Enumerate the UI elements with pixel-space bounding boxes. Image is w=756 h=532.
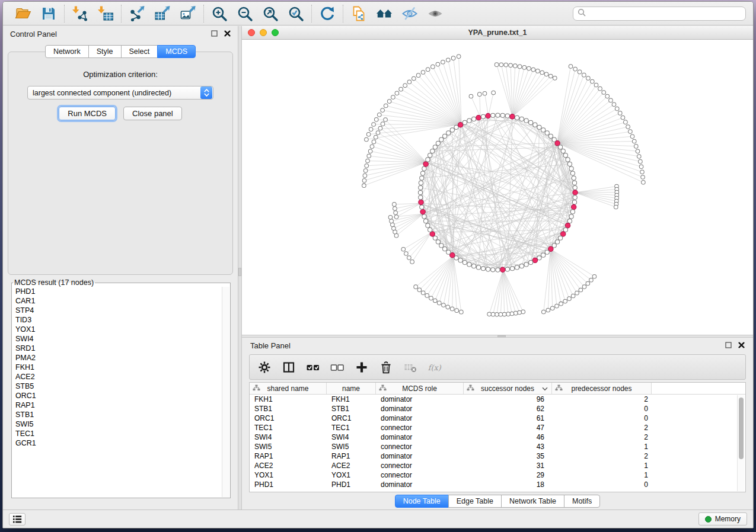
column-header-shared-name[interactable]: shared name [250, 383, 327, 394]
tab-motifs[interactable]: Motifs [564, 495, 600, 508]
mcds-result-item[interactable]: SWI4 [12, 334, 222, 344]
tab-edge-table[interactable]: Edge Table [448, 495, 502, 508]
task-history-button[interactable] [9, 513, 25, 525]
mcds-result-item[interactable]: ORC1 [12, 391, 222, 400]
search-box[interactable] [573, 7, 746, 21]
float-table-panel-icon[interactable] [725, 341, 732, 350]
zoom-in-icon[interactable] [210, 5, 228, 23]
column-header-MCDS-role[interactable]: MCDS role [376, 383, 464, 394]
table-row-SWI5[interactable]: SWI5SWI5connector431 [250, 442, 745, 451]
import-table-icon[interactable] [97, 5, 114, 23]
toolbar-group [65, 5, 121, 23]
mcds-result-item[interactable]: PMA2 [12, 353, 222, 363]
mcds-result-list[interactable]: PHD1CAR1STP4TID3YOX1SWI4SRD1PMA2FKH1ACE2… [12, 287, 222, 497]
zoom-selected-icon[interactable] [287, 5, 305, 23]
column-header-successor-nodes[interactable]: successor nodes [464, 383, 552, 394]
network-graph[interactable] [242, 40, 753, 335]
table-scrollbar-thumb[interactable] [739, 398, 744, 459]
vertical-splitter[interactable] [238, 26, 242, 509]
zoom-window-icon[interactable] [272, 29, 279, 36]
run-mcds-button[interactable]: Run MCDS [59, 107, 116, 120]
network-window-titlebar[interactable]: YPA_prune.txt_1 [242, 26, 753, 40]
table-options-icon[interactable] [257, 360, 272, 374]
cell-successor_nodes: 29 [464, 470, 552, 480]
zoom-fit-icon[interactable] [261, 5, 279, 23]
network-canvas[interactable] [242, 40, 753, 335]
delete-row-icon[interactable] [379, 360, 393, 374]
refresh-view-icon[interactable] [318, 5, 336, 23]
mcds-result-item[interactable]: TID3 [12, 315, 222, 325]
table-row-TEC1[interactable]: TEC1TEC1connector472 [250, 423, 745, 432]
mcds-result-item[interactable]: PHD1 [12, 287, 222, 296]
copy-network-icon[interactable] [350, 5, 368, 23]
select-all-icon[interactable] [306, 360, 320, 374]
export-image-icon[interactable] [179, 5, 197, 23]
cell-empty [652, 480, 745, 489]
close-panel-icon[interactable] [224, 30, 231, 39]
cell-predecessor_nodes: 2 [552, 451, 652, 461]
mcds-result-item[interactable]: STB1 [12, 410, 222, 419]
mcds-result-item[interactable]: TEC1 [12, 429, 222, 438]
mcds-result-item[interactable]: FKH1 [12, 363, 222, 372]
export-table-icon[interactable] [154, 5, 171, 23]
node-table: shared namenameMCDS rolesuccessor nodesp… [249, 382, 746, 492]
first-neighbors-icon[interactable] [375, 5, 393, 23]
zoom-out-icon[interactable] [236, 5, 254, 23]
delete-table-icon[interactable] [403, 360, 417, 374]
mcds-result-item[interactable]: ACE2 [12, 372, 222, 382]
tab-select[interactable]: Select [121, 45, 158, 58]
mcds-result-item[interactable]: YOX1 [12, 325, 222, 334]
tab-network[interactable]: Network [45, 45, 89, 58]
add-row-icon[interactable] [355, 360, 369, 374]
open-file-icon[interactable] [14, 5, 32, 23]
close-panel-button[interactable]: Close panel [123, 107, 182, 120]
tab-mcds[interactable]: MCDS [157, 45, 196, 58]
mcds-result-item[interactable]: STP4 [12, 306, 222, 315]
show-columns-icon[interactable] [282, 360, 296, 374]
table-row-SWI4[interactable]: SWI4SWI4dominator462 [250, 432, 745, 442]
mcds-result-item[interactable]: GCR1 [12, 438, 222, 448]
hide-graphics-icon[interactable] [401, 5, 419, 23]
table-row-ORC1[interactable]: ORC1ORC1dominator610 [250, 414, 745, 423]
save-session-icon[interactable] [40, 5, 58, 23]
table-row-STB1[interactable]: STB1STB1dominator620 [250, 404, 745, 414]
memory-button[interactable]: Memory [698, 512, 747, 525]
optimization-criterion-dropdown[interactable]: largest connected component (undirected) [27, 86, 213, 100]
cell-shared_name: FKH1 [250, 395, 327, 404]
table-row-FKH1[interactable]: FKH1FKH1dominator962 [250, 395, 745, 404]
table-body: FKH1FKH1dominator962STB1STB1dominator620… [250, 395, 745, 489]
show-graphics-icon[interactable] [426, 5, 444, 23]
cell-mcds_role: connector [376, 423, 464, 432]
mcds-result-item[interactable]: SRD1 [12, 344, 222, 353]
table-scrollbar[interactable] [737, 395, 745, 491]
column-header-name[interactable]: name [327, 383, 376, 394]
mcds-result-item[interactable]: CAR1 [12, 296, 222, 306]
float-panel-icon[interactable] [211, 30, 218, 39]
sort-desc-icon[interactable] [542, 384, 548, 393]
tab-network-table[interactable]: Network Table [501, 495, 564, 508]
minimize-window-icon[interactable] [260, 29, 267, 36]
table-row-ACE2[interactable]: ACE2ACE2connector311 [250, 461, 745, 470]
table-row-PHD1[interactable]: PHD1PHD1dominator180 [250, 480, 745, 489]
table-row-RAP1[interactable]: RAP1RAP1dominator352 [250, 451, 745, 461]
import-network-icon[interactable] [71, 5, 89, 23]
close-window-icon[interactable] [248, 29, 255, 36]
cell-empty [652, 442, 745, 451]
column-label: name [342, 384, 360, 393]
column-header-predecessor-nodes[interactable]: predecessor nodes [552, 383, 652, 394]
cell-empty [652, 451, 745, 461]
toolbar-group [8, 5, 64, 23]
close-table-panel-icon[interactable] [738, 341, 745, 350]
mcds-result-item[interactable]: SWI5 [12, 419, 222, 429]
mcds-result-item[interactable]: STB5 [12, 382, 222, 391]
deselect-all-icon[interactable] [330, 360, 344, 374]
table-row-YOX1[interactable]: YOX1YOX1connector291 [250, 470, 745, 480]
tab-style[interactable]: Style [88, 45, 122, 58]
search-input[interactable] [589, 9, 741, 18]
function-builder-icon[interactable]: f(x) [428, 360, 442, 374]
mcds-list-scrollbar[interactable] [222, 287, 229, 497]
tab-node-table[interactable]: Node Table [395, 495, 449, 508]
export-network-icon[interactable] [128, 5, 146, 23]
tree-icon [555, 384, 563, 393]
mcds-result-item[interactable]: RAP1 [12, 400, 222, 410]
